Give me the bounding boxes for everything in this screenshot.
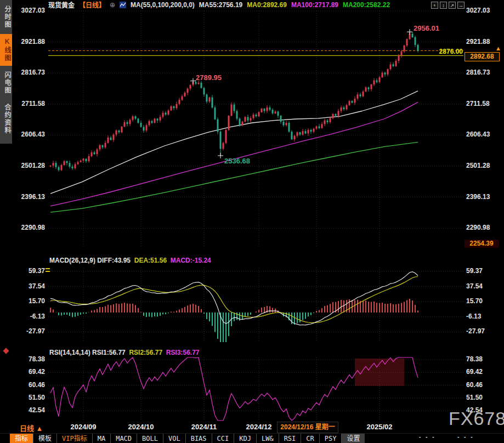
scroll-latest-icon[interactable]: ▲ [495, 45, 501, 52]
toolbar-item-VOL[interactable]: VOL [163, 434, 185, 443]
ma100-value: MA100:2717.89 [291, 1, 338, 9]
macd-pane[interactable] [48, 266, 463, 343]
toolbar-item-指标[interactable]: 指标 [10, 434, 33, 443]
rsi-axis-label-left: 51.50 [14, 394, 45, 401]
rsi1-label: RSI(14,14,14) RSI1:56.77 [49, 349, 126, 356]
toolbar-item-BOLL[interactable]: BOLL [137, 434, 163, 443]
rsi3-label: RSI3:56.77 [166, 349, 200, 356]
price-axis-label-left: 2396.13 [14, 193, 45, 201]
price-axis-label-right: 2921.88 [466, 38, 490, 46]
ma200-value: MA200:2582.22 [343, 1, 390, 9]
rsi-axis-label-right: 51.50 [466, 394, 483, 401]
price-annotation-high: 2789.95 [196, 73, 222, 82]
macd-dea-label: DEA:51.56 [134, 257, 167, 264]
date-axis-label: 2025/02 [367, 423, 393, 431]
price-axis-label-left: 2501.28 [14, 162, 45, 169]
rsi-header[interactable]: RSI(14,14,14) RSI1:56.77 RSI2:56.77 RSI3… [49, 349, 200, 356]
price-axis-label-right: 2501.28 [466, 162, 490, 169]
rsi-axis-label-left: 42.54 [14, 406, 45, 414]
chart-tool-icons: +↕↗→ [431, 2, 465, 9]
toolbar-item-模板[interactable]: 模板 [33, 434, 56, 443]
rsi-pane-icon[interactable] [3, 348, 9, 354]
chart-style-icon[interactable] [120, 2, 126, 8]
toolbar-item-设置[interactable]: 设置 [341, 434, 365, 443]
price-axis-label-left: 2711.58 [14, 100, 45, 107]
toolbar-item-RSI[interactable]: RSI [279, 434, 301, 443]
price-axis-label-right: 2816.73 [466, 69, 490, 76]
rsi-axis-label-right: 69.42 [466, 368, 483, 376]
price-axis-label-right: 2396.13 [466, 193, 490, 201]
rsi-axis-label-right: 60.46 [466, 381, 483, 389]
price-axis-label-left: 2606.43 [14, 130, 45, 138]
fit-chart-icon[interactable]: ↗ [449, 2, 456, 9]
macd-axis-label-right: -27.97 [466, 327, 485, 335]
toolbar-item-CCI[interactable]: CCI [212, 434, 234, 443]
add-overlay-icon[interactable]: ⊕ [110, 1, 115, 9]
macd-diff-label: MACD(26,12,9) DIFF:43.95 [49, 257, 131, 264]
macd-axis-label-left: -27.97 [14, 327, 45, 335]
price-axis-label-left: 2921.88 [14, 38, 45, 46]
toolbar-item-PSY[interactable]: PSY [319, 434, 342, 443]
price-axis-label-left: 3027.03 [14, 7, 45, 14]
macd-axis-label-left: 15.70 [14, 297, 45, 305]
fit-vertical-icon[interactable]: ↕ [440, 2, 447, 9]
period-label[interactable]: 【日线】 [79, 0, 105, 9]
rsi-axis-label-left: 78.38 [14, 355, 45, 363]
goto-latest-icon[interactable]: → [457, 2, 465, 9]
macd-axis-label-right: -6.13 [466, 313, 481, 320]
toolbar-item-MA[interactable]: MA [92, 434, 110, 443]
rsi-axis-label-left: 69.42 [14, 368, 45, 376]
chart-header: 现货黄金 【日线】 ⊕ MA(55,0,100,200,0,0) MA55:27… [48, 1, 390, 9]
toolbar-item-CR[interactable]: CR [301, 434, 319, 443]
toolbar-item-BIAS[interactable]: BIAS [185, 434, 212, 443]
price-axis-label-right: 2290.98 [466, 224, 490, 231]
ma55-value: MA55:2756.19 [199, 1, 242, 9]
sidebar-tab-K线图[interactable]: K线图 [0, 34, 12, 66]
price-axis-label-left: 2290.98 [14, 224, 45, 231]
rsi-axis-label-right: 78.38 [466, 355, 483, 363]
date-axis-label: 2024/10 [128, 423, 154, 431]
date-axis-label: 2024/09 [71, 423, 97, 431]
ma-settings[interactable]: MA(55,0,100,200,0,0) [131, 1, 195, 9]
logo-dashes-left: - - - [419, 434, 436, 440]
date-axis-label: 2024/12 [246, 423, 272, 431]
chart-app: 分时图K线图闪电图合约资料 现货黄金 【日线】 ⊕ MA(55,0,100,20… [0, 0, 504, 443]
timeframe-selector[interactable]: 日线 ▲ [20, 423, 43, 433]
rsi2-label: RSI2:56.77 [129, 349, 162, 356]
toolbar-item-LW&[interactable]: LW& [256, 434, 279, 443]
pan-tool-icon[interactable]: + [431, 2, 438, 9]
macd-axis-label-right: 37.54 [466, 282, 483, 290]
macd-axis-label-left: -6.13 [14, 313, 45, 320]
symbol-name: 现货黄金 [48, 0, 75, 9]
toolbar-item-VIP指标[interactable]: VIP指标 [56, 434, 92, 443]
price-annotation-high: 2956.01 [414, 24, 439, 32]
ma0-value: MA0:2892.69 [247, 1, 287, 9]
price-pane[interactable] [48, 9, 463, 248]
price-axis-label-right: 2606.43 [466, 130, 490, 138]
macd-axis-label-left: 37.54 [14, 282, 45, 290]
low-price-badge: 2254.39 [465, 240, 499, 248]
date-axis-label: 2024/11 [191, 423, 217, 431]
sidebar-tab-合约资料[interactable]: 合约资料 [0, 100, 12, 138]
sidebar-tab-闪电图[interactable]: 闪电图 [0, 67, 12, 98]
toolbar-item-MACD[interactable]: MACD [110, 434, 137, 443]
price-axis-label-right: 3027.03 [466, 7, 490, 14]
left-tab-strip: 分时图K线图闪电图合约资料 [0, 0, 12, 144]
alert-price-label[interactable]: 2876.00 [417, 48, 463, 55]
macd-axis-label-right: 15.70 [466, 297, 483, 305]
logo-dashes-right: - - - [457, 434, 474, 440]
macd-axis-label-right: 59.37 [466, 267, 483, 275]
price-axis-label-right: 2711.58 [466, 100, 490, 107]
rsi-pane[interactable] [48, 356, 463, 422]
macd-axis-label-left: 59.37 [14, 267, 45, 275]
date-crosshair-tooltip: 2024/12/16 星期一 [277, 422, 338, 433]
toolbar-item-KDJ[interactable]: KDJ [234, 434, 256, 443]
macd-header[interactable]: MACD(26,12,9) DIFF:43.95 DEA:51.56 MACD:… [49, 257, 211, 264]
current-price-badge: 2892.68 [465, 52, 500, 61]
pane-resize-handle[interactable] [46, 268, 50, 272]
price-annotation-low: 2536.68 [224, 157, 250, 165]
watermark-logo: FX678 [449, 408, 504, 429]
sidebar-tab-分时图[interactable]: 分时图 [0, 2, 12, 32]
macd-macd-label: MACD:-15.24 [171, 257, 211, 264]
rsi-axis-label-left: 60.46 [14, 381, 45, 389]
